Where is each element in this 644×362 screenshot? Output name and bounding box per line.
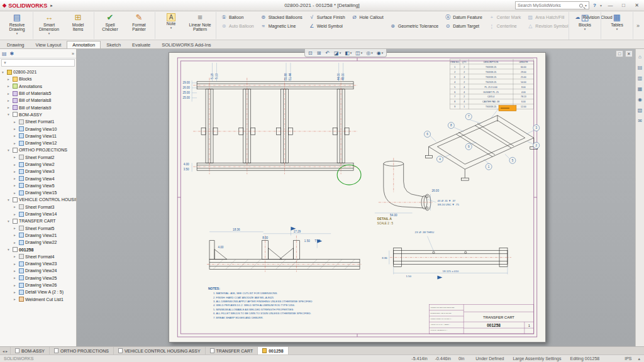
dropdown-arrow-icon[interactable]: ▾ [350, 51, 352, 55]
tree-item[interactable]: ▸ Drawing View24 [0, 267, 76, 274]
minimize-button[interactable]: — [606, 3, 615, 8]
view-toolbar-button[interactable]: ⊡ [308, 50, 313, 56]
weld-flag-icon[interactable] [437, 275, 442, 279]
tree-item[interactable]: ▸ Sheet Format4 [0, 253, 76, 260]
tree-item[interactable]: ▸ Bill of Materials8 [0, 97, 76, 104]
tree-expand-icon[interactable]: ▸ [8, 106, 11, 109]
ribbon-button[interactable]: A Note ▾ [157, 12, 186, 39]
solidworks-logo[interactable]: ◆ SOLIDWORKS [3, 3, 47, 9]
unit-system[interactable]: IPS [625, 356, 631, 361]
dimension-label[interactable]: 8.86 [382, 256, 387, 260]
tree-item[interactable]: ▸ Drawing View22 [0, 239, 76, 246]
tree-item[interactable]: ▸ Drawing View26 [0, 282, 76, 288]
dimension-label[interactable]: 4.00 [218, 246, 223, 249]
drawing-view-isometric[interactable]: 1 2 3 4 5 6 7 8 9 [425, 106, 540, 180]
tree-expand-icon[interactable]: ▸ [14, 283, 18, 287]
tree-item[interactable]: ▾ VEHICLE CONTROL HOUSING ASSY [0, 196, 76, 203]
ribbon-button[interactable]: ⊞ Model Items [64, 12, 92, 39]
tree-expand-icon[interactable]: ▾ [8, 248, 11, 251]
tree-expand-icon[interactable]: ▸ [14, 269, 18, 273]
ribbon-small-button[interactable]: ¦ Centerline [486, 22, 525, 31]
dimension-label[interactable]: 26.00 [431, 189, 439, 192]
tree-expand-icon[interactable]: ▸ [14, 262, 18, 266]
tree-expand-icon[interactable]: ▸ [14, 276, 18, 280]
tree-expand-icon[interactable]: ▸ [14, 255, 18, 258]
command-tab[interactable]: Sketch [101, 41, 126, 48]
dimension-label[interactable]: 51.44 [289, 73, 292, 80]
tree-expand-icon[interactable]: ▸ [14, 205, 18, 209]
tree-item[interactable]: ▸ Drawing View5 [0, 182, 76, 189]
note-line[interactable]: 3. ALL DIMENSIONS APPLY AFTER FINISHING … [213, 300, 313, 303]
note-line[interactable]: 7. BREAK SHARP EDGES AND DEBURR. [213, 316, 264, 319]
menu-expand-icon[interactable]: ▸ [50, 3, 53, 8]
tree-item[interactable]: ▸ Drawing View3 [0, 168, 76, 175]
sheet-tab[interactable]: TRANSFER CART [206, 347, 258, 354]
task-pane-icon[interactable]: ▥ [638, 75, 643, 81]
drawing-view-side[interactable]: 2X Ø .38 THRU 8.86 18.125 ±.010 1.50 [382, 231, 511, 280]
tree-filter-box[interactable]: ▼ [1, 59, 75, 67]
restore-button[interactable]: □ [619, 3, 628, 8]
tree-expand-icon[interactable]: ▸ [14, 184, 18, 187]
dimension-label[interactable]: 18.36 [233, 228, 240, 231]
drawing-view-front[interactable]: 18.36 17.29 8.00 4.00 1.50 TYP [207, 227, 362, 272]
tree-expand-icon[interactable]: ▸ [14, 155, 18, 159]
tree-item[interactable]: ▸ Detail View A (2 : 5) [0, 288, 76, 295]
ribbon-button[interactable]: ▤ Resolve Drawing ▾ [3, 12, 31, 39]
dropdown-arrow-icon[interactable]: ▾ [616, 27, 618, 31]
drawing-view-top[interactable]: 29.00 26.00 25.00 25.00 4.00 3.50 5.18 5… [182, 63, 361, 185]
dimension-label[interactable]: 1.50 [304, 239, 310, 243]
tree-item[interactable]: ▸ Bill of Materials9 [0, 104, 76, 111]
dimension-label[interactable]: 25.00 [182, 96, 190, 99]
statusbar-caret-icon[interactable]: ▴ [638, 356, 640, 361]
tree-expand-icon[interactable]: ▸ [14, 120, 18, 124]
help-dropdown-icon[interactable]: ▾ [600, 3, 602, 8]
tree-expand-icon[interactable]: ▸ [14, 134, 18, 138]
propertymanager-tab-icon[interactable]: ✱ [10, 51, 14, 57]
dropdown-arrow-icon[interactable]: ▾ [16, 31, 18, 35]
tree-item[interactable]: ▸ Blocks [0, 75, 76, 82]
tree-expand-icon[interactable]: ▸ [8, 92, 11, 96]
ribbon-small-button[interactable]: △ Revision Symbol [524, 22, 571, 31]
task-pane-icon[interactable]: ✉ [638, 118, 642, 124]
dropdown-arrow-icon[interactable]: ▾ [170, 26, 172, 30]
hole-callout-label[interactable]: 2X Ø .38 THRU [415, 231, 435, 234]
tree-item[interactable]: ▸ Drawing View23 [0, 260, 76, 267]
ribbon-button[interactable]: ≡ Linear Note Pattern [186, 12, 214, 39]
search-box[interactable]: ▾ [515, 1, 589, 9]
tree-item[interactable]: ▸ Drawing View10 [0, 125, 76, 132]
tree-expand-icon[interactable]: ▸ [14, 163, 18, 167]
tree-expand-icon[interactable]: ▸ [14, 212, 18, 216]
bom-row[interactable]: 42TS2X2X.2554.00 [454, 81, 526, 84]
ribbon-overflow-icon[interactable]: » [633, 12, 643, 39]
command-tab[interactable]: SOLIDWORKS Add-Ins [156, 41, 216, 48]
task-pane-icon[interactable]: ▧ [638, 107, 643, 113]
ribbon-button[interactable]: ↔ Smart Dimension ▾ [35, 12, 64, 39]
ribbon-small-button[interactable]: Ⓐ Datum Feature [441, 13, 486, 22]
view-toolbar-button[interactable]: ◫ ▾ [355, 50, 362, 56]
tree-expand-icon[interactable]: ▸ [14, 233, 18, 237]
ribbon-button[interactable]: ✔ Spell Checker [96, 12, 125, 39]
task-pane-icon[interactable]: ▦ [638, 86, 643, 92]
ribbon-small-button[interactable]: ≈ Magnetic Line [257, 22, 306, 31]
tree-expand-icon[interactable]: ▸ [14, 141, 18, 145]
dropdown-arrow-icon[interactable]: ▾ [48, 31, 50, 35]
tree-expand-icon[interactable]: ▸ [14, 170, 18, 173]
note-line[interactable]: 5. MINIMUM ALLOWABLE AS WELDED STRENGTH … [213, 308, 294, 311]
ribbon-button[interactable]: ✎ Format Painter [125, 12, 153, 39]
dimension-label[interactable]: 44.00 [337, 73, 340, 80]
view-toolbar-button[interactable]: ◪ ▾ [334, 50, 341, 56]
search-input[interactable] [518, 3, 577, 8]
tree-expand-icon[interactable]: ▸ [14, 177, 18, 180]
tree-expand-icon[interactable]: ▸ [8, 84, 11, 88]
panel-flyout-icon[interactable]: » [72, 52, 74, 56]
bom-row[interactable]: 72C4X5.478.13 [454, 96, 526, 98]
featuremanager-tab-icon[interactable]: ▤ [2, 51, 7, 57]
tree-item[interactable]: ▸ Drawing View12 [0, 140, 76, 146]
search-icon[interactable] [579, 4, 583, 8]
tree-item[interactable]: ▾ ORTHO PROJECTIONS [0, 146, 76, 153]
task-pane-icon[interactable]: ▤ [638, 65, 643, 70]
tree-item[interactable]: ▸ Drawing View15 [0, 189, 76, 196]
ribbon-small-button[interactable]: ⊚ Stacked Balloons [257, 13, 306, 22]
sheet-tab[interactable]: BOM-ASSY [11, 347, 50, 354]
bom-row[interactable]: 64GUSSET PL .254.00 [454, 91, 525, 94]
